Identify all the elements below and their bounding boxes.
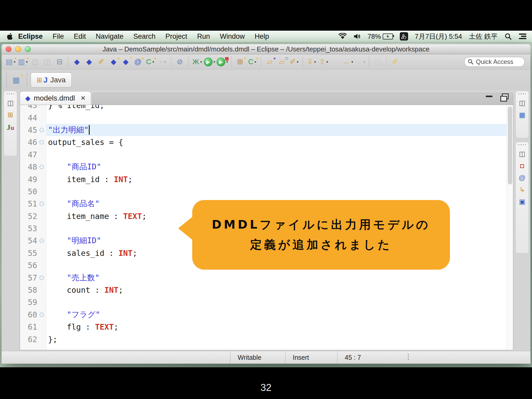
close-tab-icon[interactable]: ✕ [81, 95, 86, 102]
perspective-drag-handle[interactable] [6, 73, 7, 87]
fold-marker[interactable]: − [37, 128, 46, 132]
new-class-button[interactable]: C+▾ [144, 56, 156, 68]
zoom-window-button[interactable] [25, 46, 31, 52]
new-javadoc-button[interactable]: @+ [132, 56, 144, 68]
code-line-47[interactable]: 47 [20, 149, 513, 161]
forward-disabled-dropdown-arrow[interactable]: ▾ [364, 60, 365, 64]
fold-marker[interactable]: − [37, 238, 46, 243]
menu-navigate[interactable]: Navigate [91, 31, 129, 42]
mark-occurrences-button[interactable]: ✐▾ [288, 56, 300, 68]
task-list-icon[interactable]: ◘ [520, 162, 524, 169]
javadoc-icon[interactable]: @ [519, 174, 526, 181]
editor-tab-models-dmdl[interactable]: ◆ models.dmdl ✕ [20, 91, 91, 105]
outline-icon[interactable]: ▦ [519, 111, 526, 118]
statusbar-drag-handle[interactable] [408, 354, 409, 361]
code-line-61[interactable]: 61 flg : TEXT; [20, 321, 513, 333]
menu-run[interactable]: Run [192, 31, 215, 42]
new-java-project-button[interactable]: ⊞+ [234, 56, 246, 68]
back-button[interactable]: ←▾ [342, 56, 354, 68]
menu-file[interactable]: File [48, 31, 69, 42]
window-titlebar[interactable]: Java – DemoSample/src/main/dmdl/models.d… [2, 44, 530, 54]
fold-marker[interactable]: − [37, 202, 46, 206]
restore-views-icon[interactable]: ◫ [519, 99, 526, 106]
back-dropdown-arrow[interactable]: ▾ [351, 60, 353, 64]
menu-project[interactable]: Project [161, 31, 192, 42]
minimize-window-button[interactable] [15, 46, 21, 52]
volume-icon[interactable] [354, 33, 361, 40]
close-window-button[interactable] [6, 46, 11, 52]
code-line-62[interactable]: 62}; [20, 333, 513, 345]
code-line-43[interactable]: 43} % item_id; [20, 105, 513, 111]
declaration-icon[interactable]: ↳ [519, 186, 525, 193]
commit-up-button[interactable]: ⇧▾ [318, 56, 330, 68]
junit-icon[interactable]: Ju [6, 123, 14, 131]
package-explorer-icon[interactable]: ⊞ [8, 111, 13, 118]
open-type-button[interactable]: ▱● [264, 56, 276, 68]
dock-drag-handle[interactable] [518, 93, 526, 94]
quick-access-input[interactable]: Quick Access [464, 57, 525, 67]
asakusa-dsl-compile-button[interactable]: ◆ [71, 56, 83, 68]
spotlight-icon[interactable] [504, 33, 512, 40]
print-button[interactable]: ⊟ [54, 56, 65, 68]
commit-up-dropdown-arrow[interactable]: ▾ [326, 60, 328, 64]
new-element-disabled-dropdown-arrow[interactable]: ▾ [164, 60, 166, 64]
skip-all-breakpoints-button[interactable]: ⊘ [174, 56, 186, 68]
apple-menu-icon[interactable] [7, 32, 14, 40]
new-file-button[interactable]: ▤+▾ [5, 56, 17, 68]
asakusa-generate-button[interactable]: ◆* [120, 56, 132, 68]
code-line-44[interactable]: 44 [20, 111, 513, 124]
fold-marker[interactable]: − [37, 140, 46, 144]
asakusa-torch-button[interactable]: ✐ [95, 56, 107, 68]
code-line-59[interactable]: 59 [20, 296, 513, 308]
notification-center-icon[interactable] [518, 33, 527, 40]
battery-indicator[interactable]: 78% [368, 32, 393, 41]
restore-views-icon[interactable]: ◫ [7, 99, 14, 106]
code-line-60[interactable]: 60− "フラグ" [20, 309, 513, 321]
menu-help[interactable]: Help [250, 31, 274, 42]
code-line-46[interactable]: 46−output_sales = { [20, 136, 513, 148]
code-line-48[interactable]: 48− "商品ID" [20, 161, 513, 173]
editor-scrollbar[interactable] [507, 105, 513, 350]
new-javadoc-icon: @ [134, 58, 142, 65]
open-resource-button[interactable]: ▱◘ [276, 56, 288, 68]
perspective-tab-java[interactable]: ⊞ J Java [31, 72, 72, 88]
code-line-57[interactable]: 57− "売上数" [20, 271, 513, 284]
dock-drag-handle[interactable] [518, 144, 526, 145]
menu-window[interactable]: Window [215, 31, 250, 42]
save-icon: ◫ [32, 58, 38, 65]
fold-marker[interactable]: − [37, 312, 46, 317]
code-line-49[interactable]: 49 item_id : INT; [20, 173, 513, 185]
new-class-2-button[interactable]: C+▾ [246, 56, 258, 68]
checkout-down-button[interactable]: ⇩▾ [305, 56, 317, 68]
checkout-down-dropdown-arrow[interactable]: ▾ [314, 60, 316, 64]
restore-views-icon[interactable]: ◫ [519, 150, 526, 157]
asakusa-batch-compile-button[interactable]: ◆ [83, 56, 95, 68]
input-method-icon[interactable]: あ [400, 32, 408, 41]
menubar-clock[interactable]: 7月7日(月) 5:54 [415, 32, 462, 41]
code-line-45[interactable]: 45−"出力明細" [20, 124, 513, 136]
dock-drag-handle[interactable] [6, 93, 14, 94]
debug-dropdown-arrow[interactable]: ▾ [200, 60, 202, 64]
new-wizard-button[interactable]: ▥+▾ [17, 56, 29, 68]
wifi-icon[interactable] [338, 33, 347, 40]
menu-eclipse[interactable]: Eclipse [17, 31, 48, 42]
macos-menubar: EclipseFileEditNavigateSearchProjectRunW… [0, 31, 532, 42]
menu-search[interactable]: Search [128, 31, 161, 42]
run-button[interactable]: ▶▾ [203, 56, 216, 68]
menubar-user[interactable]: 土佐 鉄平 [469, 32, 498, 41]
debug-button[interactable]: Ж▾ [191, 56, 203, 68]
code-line-58[interactable]: 58 count : INT; [20, 284, 513, 296]
code-line-50[interactable]: 50 [20, 185, 513, 198]
console-icon[interactable]: ▣ [519, 198, 526, 205]
maximize-editor-icon[interactable] [502, 94, 509, 99]
run-coverage-button[interactable]: ▶▦▾ [216, 56, 229, 68]
fold-marker[interactable]: − [37, 165, 46, 169]
open-perspective-button[interactable]: ▦ + [9, 73, 23, 87]
asakusa-new-model-button[interactable]: ◆+ [108, 56, 119, 68]
highlighter-button[interactable]: ✐ [389, 56, 401, 68]
mark-occurrences-dropdown-arrow[interactable]: ▾ [297, 60, 298, 64]
fold-marker[interactable]: − [37, 276, 46, 280]
run-dropdown-arrow[interactable]: ▾ [214, 60, 215, 64]
minimize-editor-icon[interactable] [486, 96, 493, 97]
menu-edit[interactable]: Edit [69, 31, 91, 42]
